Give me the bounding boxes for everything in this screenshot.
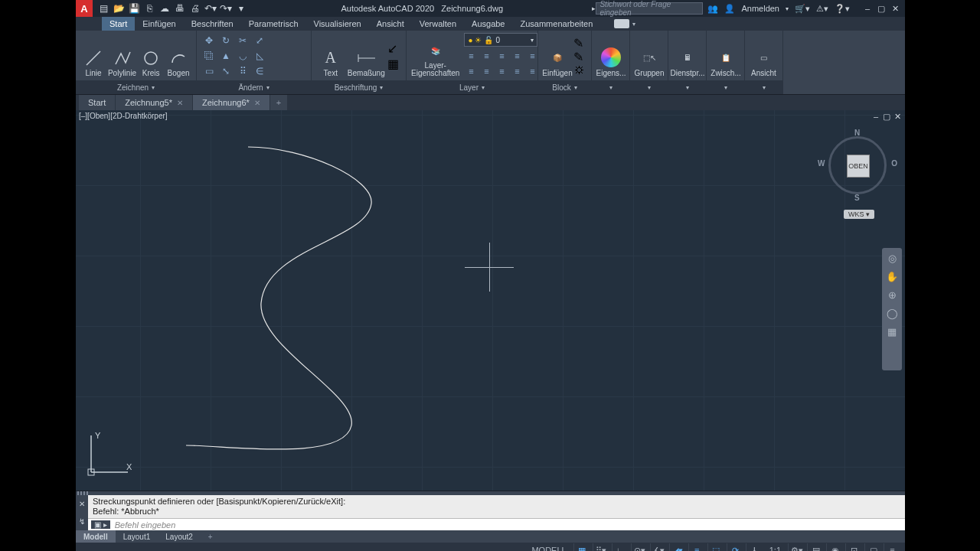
dimension-button[interactable]: Bemaßung [347, 33, 386, 79]
cmd-customize-icon[interactable]: ↯ [79, 517, 85, 526]
circle-button[interactable]: Kreis [138, 33, 164, 79]
properties-button[interactable]: Eigens... [596, 33, 626, 79]
customize-status-icon[interactable]: ≡ [884, 543, 900, 551]
tab-collaborate[interactable]: Zusammenarbeiten [513, 17, 601, 31]
panel-view-expand[interactable]: ▾ [745, 80, 782, 94]
selection-cycling-icon[interactable]: ⟳ [727, 543, 743, 551]
print-icon[interactable]: 🖨 [189, 2, 201, 15]
command-input[interactable]: ▣ ▸ Befehl eingeben [88, 518, 905, 530]
maximize-button[interactable]: ▢ [876, 4, 887, 14]
layout-tab[interactable]: Layout1 [116, 530, 158, 543]
isodraft-icon[interactable]: ∡▾ [650, 543, 667, 551]
model-tab[interactable]: Modell [76, 530, 116, 543]
layer-selector[interactable]: ●☀🔓0▾ [464, 33, 537, 47]
tab-overflow-icon[interactable]: ▾ [632, 21, 635, 28]
panel-utils-expand[interactable]: ▾ [668, 80, 706, 94]
cmd-close-icon[interactable]: ✕ [79, 500, 85, 508]
scale-icon[interactable]: ⤡ [218, 64, 234, 78]
open-icon[interactable]: 📂 [113, 2, 125, 15]
annotation-scale-icon[interactable]: ⅄ [746, 543, 763, 551]
layer-tool-icon[interactable]: ≡ [495, 64, 508, 78]
layer-tool-icon[interactable]: ≡ [479, 64, 493, 78]
vp-maximize-icon[interactable]: ▢ [882, 112, 891, 122]
add-layout-button[interactable]: + [201, 530, 220, 543]
orbit-icon[interactable]: ◯ [885, 306, 899, 320]
saveas-icon[interactable]: ⎘ [143, 2, 155, 15]
polar-toggle-icon[interactable]: ⊙▾ [631, 543, 648, 551]
featured-apps-icon[interactable] [614, 19, 629, 28]
help-search-input[interactable]: Stichwort oder Frage eingeben [596, 2, 703, 15]
rotate-icon[interactable]: ↻ [218, 34, 234, 47]
layer-properties-button[interactable]: 📚Layer- Eigenschaften [411, 33, 459, 79]
block-attr-icon[interactable]: ⛭ [573, 64, 586, 76]
panel-props-expand[interactable]: ▾ [592, 80, 629, 94]
minimize-button[interactable]: – [862, 4, 873, 14]
tab-insert[interactable]: Einfügen [135, 17, 183, 31]
isolate-objects-icon[interactable]: ⊡ [845, 543, 862, 551]
panel-annotation-title[interactable]: Beschriftung▾ [312, 80, 406, 94]
pan-icon[interactable]: ✋ [885, 269, 899, 283]
line-button[interactable]: Linie [80, 33, 106, 79]
panel-modify-title[interactable]: Ändern▾ [197, 80, 311, 94]
array-icon[interactable]: ⠿ [235, 64, 250, 78]
layer-tool-icon[interactable]: ≡ [479, 49, 493, 63]
redo-icon[interactable]: ↷▾ [220, 2, 232, 15]
tab-annotate[interactable]: Beschriften [184, 17, 241, 31]
panel-draw-title[interactable]: Zeichnen▾ [76, 80, 196, 94]
viewport-label[interactable]: [–][Oben][2D-Drahtkörper] [79, 112, 168, 120]
text-button[interactable]: AText [316, 33, 345, 79]
panel-clip-expand[interactable]: ▾ [707, 80, 744, 94]
steering-wheel-icon[interactable]: ◎ [885, 251, 899, 265]
plot-icon[interactable]: 🖶 [174, 2, 186, 15]
table-icon[interactable]: ▦ [387, 57, 401, 70]
clipboard-button[interactable]: 📋Zwisch... [711, 33, 740, 79]
tab-parametric[interactable]: Parametrisch [241, 17, 306, 31]
a360-icon[interactable]: ⚠▾ [816, 4, 828, 14]
user-icon[interactable]: 👤 [724, 4, 735, 14]
move-icon[interactable]: ✥ [201, 34, 217, 47]
leader-icon[interactable]: ↙ [387, 41, 401, 55]
snap-toggle-icon[interactable]: ⠿▾ [593, 543, 609, 551]
vp-close-icon[interactable]: ✕ [893, 112, 902, 122]
save-icon[interactable]: 💾 [128, 2, 140, 15]
zoom-extents-icon[interactable]: ⊕ [885, 288, 899, 302]
tab-view[interactable]: Ansicht [369, 17, 412, 31]
offset-icon[interactable]: ∈ [252, 64, 267, 78]
app-logo-icon[interactable]: A [76, 0, 93, 17]
trim-icon[interactable]: ✂ [235, 34, 250, 47]
fillet-icon[interactable]: ◡ [235, 49, 250, 63]
layer-tool-icon[interactable]: ≡ [464, 64, 478, 78]
help-icon[interactable]: ❔▾ [835, 4, 850, 14]
start-tab[interactable]: Start [79, 95, 116, 110]
osnap-toggle-icon[interactable]: ◢▾ [669, 543, 686, 551]
viewcube[interactable]: OBEN N S W O [824, 132, 891, 199]
edit-block-icon[interactable]: ✎ [573, 50, 586, 62]
drawing-viewport[interactable]: [–][Oben][2D-Drahtkörper] – ▢ ✕ Y X OBEN… [76, 110, 905, 491]
tab-start[interactable]: Start [102, 17, 135, 31]
drawing-tab[interactable]: Zeichnung5*✕ [116, 95, 193, 110]
layer-tool-icon[interactable]: ≡ [495, 49, 508, 63]
layer-tool-icon[interactable]: ≡ [525, 49, 539, 63]
hardware-accel-icon[interactable]: ◉ [826, 543, 843, 551]
extend-icon[interactable]: ⤢ [252, 34, 267, 47]
scale-label[interactable]: 1:1 [765, 546, 786, 551]
vp-minimize-icon[interactable]: – [871, 112, 880, 122]
signin-button[interactable]: Anmelden [741, 4, 779, 13]
tab-visualize[interactable]: Visualisieren [306, 17, 369, 31]
copy-icon[interactable]: ⿻ [201, 49, 217, 63]
panel-layer-title[interactable]: Layer▾ [407, 80, 537, 94]
arc-button[interactable]: Bogen [165, 33, 191, 79]
workspace-switch-icon[interactable]: ⚙▾ [788, 543, 805, 551]
utilities-button[interactable]: 🖩Dienstpr... [673, 33, 702, 79]
wcs-label[interactable]: WKS ▾ [844, 210, 874, 219]
tab-output[interactable]: Ausgabe [464, 17, 512, 31]
close-tab-icon[interactable]: ✕ [177, 99, 183, 107]
panel-block-title[interactable]: Block▾ [538, 80, 591, 94]
mirror-icon[interactable]: ▲ [218, 49, 234, 63]
clean-screen-icon[interactable]: ▢ [864, 543, 881, 551]
transparency-icon[interactable]: ⬚ [707, 543, 724, 551]
exchange-icon[interactable]: 🛒▾ [795, 4, 810, 14]
layer-tool-icon[interactable]: ≡ [525, 64, 539, 78]
chamfer-icon[interactable]: ◺ [252, 49, 267, 63]
viewcube-top[interactable]: OBEN [847, 155, 870, 178]
